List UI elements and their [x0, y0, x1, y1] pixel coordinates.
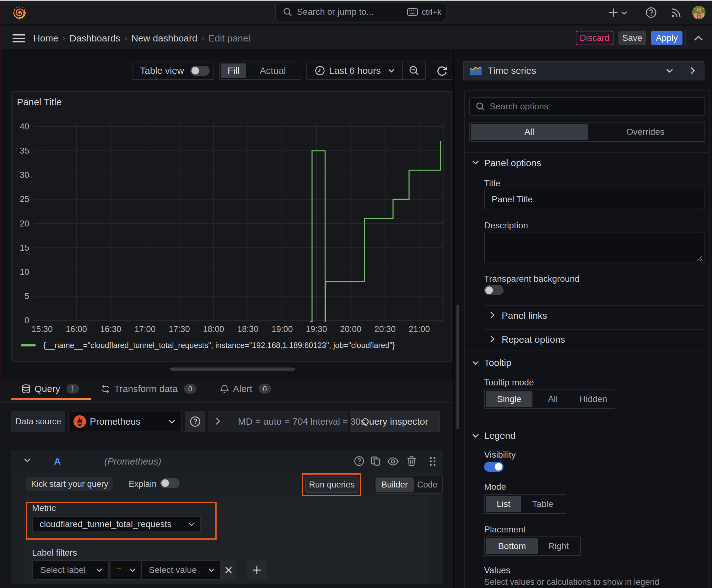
svg-text:20: 20 — [20, 219, 29, 228]
svg-text:20:30: 20:30 — [374, 324, 396, 334]
svg-text:21:00: 21:00 — [409, 324, 430, 334]
svg-text:20:00: 20:00 — [340, 324, 361, 334]
svg-text:19:30: 19:30 — [306, 324, 327, 334]
svg-text:16:30: 16:30 — [100, 324, 122, 334]
svg-text:15:30: 15:30 — [31, 324, 53, 334]
svg-text:18:00: 18:00 — [203, 324, 224, 334]
svg-text:35: 35 — [20, 146, 29, 155]
svg-text:17:00: 17:00 — [134, 324, 156, 334]
svg-text:5: 5 — [24, 292, 29, 301]
svg-text:15: 15 — [20, 243, 29, 253]
svg-text:{__name__="cloudflared_tunnel_: {__name__="cloudflared_tunnel_total_requ… — [43, 341, 395, 350]
svg-text:19:00: 19:00 — [272, 324, 293, 334]
svg-text:25: 25 — [20, 194, 29, 204]
svg-text:16:00: 16:00 — [66, 324, 87, 334]
svg-text:18:30: 18:30 — [237, 324, 259, 334]
svg-text:30: 30 — [20, 170, 29, 180]
svg-text:40: 40 — [20, 122, 29, 131]
svg-text:0: 0 — [24, 316, 29, 325]
svg-text:10: 10 — [20, 267, 29, 277]
svg-text:17:30: 17:30 — [169, 324, 190, 334]
